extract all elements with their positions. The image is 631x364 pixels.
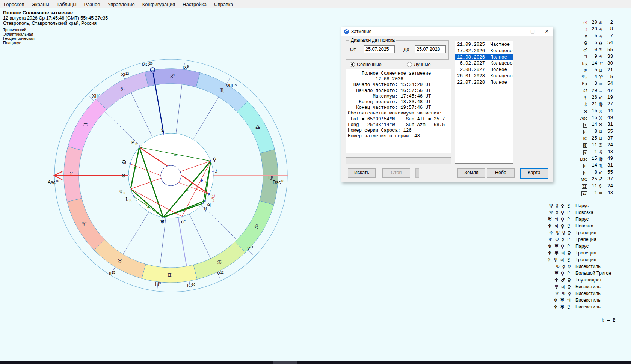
taskbar-segment <box>273 361 297 364</box>
config-row: ♆♅☿Бисекстиль <box>521 290 620 297</box>
position-row: ♄R14♈30 <box>574 60 615 67</box>
config-row: ♅♃♀Бисекстиль <box>521 283 620 290</box>
eclipse-list-item[interactable]: 12.08.2026 Полное <box>455 54 513 61</box>
house-label-asc: Asc16 <box>48 179 59 185</box>
wheel-planet-chiron: ⚷ <box>214 168 218 174</box>
eclipse-list-item[interactable]: 6.02.2027 Кольцевое <box>455 60 513 67</box>
position-row: 1111♑24 <box>574 183 615 190</box>
config-row: ♅☿♀♇Парус <box>521 202 620 209</box>
svg-text:△: △ <box>186 187 188 191</box>
house-label-mc: MC26 <box>142 62 153 67</box>
wheel-planet-fortune: ⊗ <box>121 173 126 179</box>
house-label-ix: IX9 <box>183 65 189 70</box>
radio-lunar-label: Лунные <box>414 62 430 67</box>
svg-text:♐: ♐ <box>170 73 175 80</box>
position-row: ⊗15♓44 <box>574 108 615 114</box>
svg-text:♏: ♏ <box>219 87 225 93</box>
radio-lunar[interactable]: Лунные <box>407 62 430 67</box>
config-row: ♆♅☿♇Трапеция <box>521 236 620 243</box>
position-row: ⚷21♍27 <box>574 101 615 108</box>
date-range-label: Диапазон дат поиска <box>349 38 396 43</box>
dialog-titlebar[interactable]: Затмения — ▢ ✕ <box>341 27 553 36</box>
radio-solar[interactable]: Солнечные <box>350 62 382 67</box>
position-row: Asc15♓49 <box>574 114 615 121</box>
stop-button: Стоп <box>382 168 410 178</box>
wheel-planet-neptune: ♆R <box>119 189 126 195</box>
earth-button[interactable]: Земля <box>457 168 485 178</box>
position-row: IC25♊37 <box>574 135 615 142</box>
eclipses-dialog: Затмения — ▢ ✕ Диапазон дат поиска От До… <box>341 27 553 182</box>
map-button[interactable]: Карта <box>520 168 548 179</box>
config-row: ♆♅☿♀Трапеция <box>521 229 620 236</box>
svg-text:♑: ♑ <box>120 86 125 92</box>
position-row: MC25♐37 <box>574 176 615 183</box>
svg-text:♒: ♒ <box>83 121 88 128</box>
position-row: ♆R4♈5 <box>574 74 615 80</box>
svg-text:♋: ♋ <box>217 259 222 266</box>
wheel-planet-mars: ♂ <box>181 218 186 224</box>
house-label-ii: II15 <box>109 271 115 276</box>
position-row: ♇R3♒54 <box>574 80 615 87</box>
eclipse-list-item[interactable]: 2.08.2027 Полное <box>455 67 513 73</box>
position-row: ♃9♌33 <box>574 53 615 60</box>
position-row: ☽20♌8 <box>574 26 615 33</box>
progress-bar <box>346 157 451 164</box>
config-row: ♅♃♀♇Парус <box>521 216 620 223</box>
svg-text:∗: ∗ <box>146 204 150 209</box>
dialog-body: Диапазон дат поиска От До Солнечные Лунн… <box>341 36 553 182</box>
eclipse-list-item[interactable]: 26.01.2028 Кольцевое <box>455 73 513 80</box>
eclipse-list-item[interactable]: 21.09.2025 Частное <box>455 42 513 48</box>
radio-lunar-circle[interactable] <box>407 62 412 67</box>
eclipse-list-item[interactable]: 17.02.2026 Кольцевое <box>455 48 513 54</box>
svg-text:♉: ♉ <box>118 258 122 265</box>
house-label-vi: VI2 <box>247 245 254 251</box>
eclipse-list-item[interactable]: 22.07.2028 Полное <box>455 80 513 86</box>
wheel-planet-node: ☊ <box>122 159 126 165</box>
svg-text:♓: ♓ <box>69 171 74 177</box>
radio-solar-circle[interactable] <box>350 62 355 67</box>
eclipse-details-box: Полное Солнечное затмение 12.08.2026 Нач… <box>346 69 451 153</box>
house-label-xi: XI12 <box>121 72 129 77</box>
minimize-icon[interactable]: — <box>516 27 521 36</box>
position-row: ♅5♊21 <box>574 67 615 74</box>
config-row: ♆♅♀♇Парус <box>521 243 620 250</box>
natal-wheel-chart: ♈♉♊♋♌♍♎♏♐♑♒♓△∗△△∗∗∗∗□□♇R☊⊗♆R♄R⚸♀⚷☉☽☿♃♂♅M… <box>0 0 306 319</box>
config-row: ♆♅♃♇Трапеция <box>521 256 620 263</box>
config-row: ♆♅♃♀Трапеция <box>521 250 620 256</box>
house-label-iii: III9 <box>155 281 161 287</box>
wheel-planet-jupiter: ♃ <box>207 202 211 208</box>
position-row: 98♐55 <box>574 169 615 176</box>
to-date-input[interactable] <box>415 45 446 53</box>
dialog-title: Затмения <box>351 29 371 34</box>
config-row: ♅♀♇Большой Тригон <box>521 270 620 277</box>
position-row: ☊29♒47 <box>574 87 615 94</box>
aspect-note: ♄ = ♇ <box>601 317 616 323</box>
wheel-planet-uranus: ♅ <box>160 219 165 225</box>
search-button[interactable]: Искать <box>348 168 376 178</box>
position-row: Dsc15♍49 <box>574 155 615 162</box>
house-label-v: V12 <box>217 271 224 276</box>
eclipse-details-text: Полное Солнечное затмение 12.08.2026 Нач… <box>346 69 451 139</box>
close-icon[interactable]: ✕ <box>544 27 549 36</box>
svg-text:♌: ♌ <box>254 223 259 230</box>
svg-text:♎: ♎ <box>255 124 260 131</box>
eclipse-list[interactable]: 21.09.2025 Частное17.02.2026 Кольцевое12… <box>455 41 513 164</box>
svg-text:△: △ <box>174 152 177 156</box>
position-row: ⚸26♐19 <box>574 94 615 101</box>
svg-text:△: △ <box>150 180 152 184</box>
config-row: ♆♅♃Бисекстиль <box>521 297 620 304</box>
from-date-input[interactable] <box>364 45 395 53</box>
sky-button[interactable]: Небо <box>487 168 515 178</box>
button-divider <box>415 168 419 178</box>
taskbar <box>0 361 631 364</box>
svg-text:♊: ♊ <box>167 272 172 278</box>
maximize-icon[interactable]: ▢ <box>530 27 535 36</box>
position-row: 214♉31 <box>574 121 615 128</box>
wheel-planet-lilith: ⚸ <box>160 127 164 133</box>
position-row: ☿5♌7 <box>574 33 615 39</box>
svg-text:□: □ <box>155 201 158 205</box>
config-row: ♅☿♀Бисекстиль <box>521 263 620 270</box>
to-label: До <box>403 47 409 52</box>
wheel-planet-venus: ♀ <box>213 156 216 162</box>
position-row: ♂0♋55 <box>574 47 615 53</box>
